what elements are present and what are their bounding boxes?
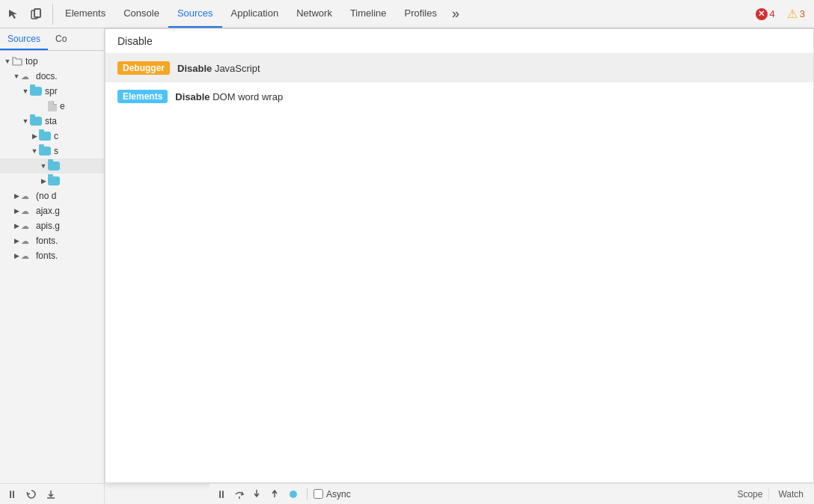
folder-icon-sta bbox=[30, 117, 42, 126]
layers-tool-button[interactable] bbox=[25, 4, 46, 25]
file-icon-e bbox=[48, 101, 57, 111]
arrow-no-domain bbox=[12, 191, 21, 200]
disable-dom-text: Disable DOM word wrap bbox=[175, 91, 283, 102]
step-over-button[interactable] bbox=[232, 487, 247, 502]
tree-label-top: top bbox=[25, 56, 38, 67]
folder-icon-sub2 bbox=[48, 176, 60, 185]
cloud-icon-fonts1: ☁ bbox=[21, 236, 33, 245]
arrow-apis bbox=[12, 221, 21, 230]
main-area: Sources Co top ☁ docs. bbox=[0, 28, 814, 504]
tree-label-s: s bbox=[54, 146, 58, 156]
cursor-tool-button[interactable] bbox=[3, 4, 24, 25]
tree-item-no-domain[interactable]: ☁ (no d bbox=[0, 188, 104, 203]
dropdown-item-disable-dom[interactable]: Elements Disable DOM word wrap bbox=[105, 82, 813, 111]
tree-item-ajax[interactable]: ☁ ajax.g bbox=[0, 203, 104, 218]
arrow-c bbox=[30, 132, 39, 141]
tab-sources[interactable]: Sources bbox=[168, 0, 222, 28]
dropdown-header: Disable bbox=[105, 29, 813, 54]
tree-item-docs[interactable]: ☁ docs. bbox=[0, 69, 104, 84]
error-count-badge[interactable]: ✕ 4 bbox=[756, 8, 775, 20]
warn-triangle-icon: ⚠ bbox=[787, 7, 798, 21]
async-checkbox[interactable] bbox=[313, 489, 323, 499]
cloud-icon-docs: ☁ bbox=[21, 72, 33, 81]
arrow-docs bbox=[12, 72, 21, 81]
pause-button[interactable]: ⏸ bbox=[4, 487, 19, 502]
cloud-icon-ajax: ☁ bbox=[21, 206, 33, 215]
warn-count-badge[interactable]: ⚠ 3 bbox=[787, 7, 805, 21]
folder-icon-spr bbox=[30, 87, 42, 96]
deactivate-breakpoints-button[interactable] bbox=[286, 487, 301, 502]
sidebar-tree: top ☁ docs. spr e bbox=[0, 51, 104, 483]
sidebar-tab-co[interactable]: Co bbox=[48, 28, 74, 50]
sidebar-bottom-bar: ⏸ bbox=[0, 483, 104, 504]
tree-item-s[interactable]: s bbox=[0, 144, 104, 159]
async-checkbox-group: Async bbox=[313, 489, 351, 500]
step-into-button[interactable] bbox=[250, 487, 265, 502]
footer-bar: ⏸ bbox=[209, 483, 814, 504]
scope-button[interactable]: Scope bbox=[731, 488, 769, 501]
elements-badge: Elements bbox=[117, 90, 168, 103]
tree-item-fonts2[interactable]: ☁ fonts. bbox=[0, 248, 104, 263]
tab-elements[interactable]: Elements bbox=[56, 0, 114, 28]
tree-label-ajax: ajax.g bbox=[36, 206, 60, 216]
tab-timeline[interactable]: Timeline bbox=[341, 0, 396, 28]
devtools-toolbar: Elements Console Sources Application Net… bbox=[0, 0, 814, 28]
tree-item-apis[interactable]: ☁ apis.g bbox=[0, 218, 104, 233]
tree-label-e: e bbox=[60, 101, 65, 111]
sidebar-tabs: Sources Co bbox=[0, 28, 104, 51]
dropdown-popup: Disable Debugger Disable JavaScript Elem… bbox=[105, 28, 814, 483]
arrow-fonts1 bbox=[12, 236, 21, 245]
cloud-icon-apis: ☁ bbox=[21, 221, 33, 230]
cloud-icon-fonts2: ☁ bbox=[21, 251, 33, 260]
tree-label-fonts1: fonts. bbox=[36, 236, 58, 246]
tree-item-spr[interactable]: spr bbox=[0, 84, 104, 99]
folder-outline-icon bbox=[12, 57, 22, 66]
step-out-button[interactable] bbox=[268, 487, 283, 502]
tab-application[interactable]: Application bbox=[222, 0, 288, 28]
svg-point-3 bbox=[290, 491, 297, 498]
arrow-s bbox=[30, 147, 39, 156]
tree-item-top[interactable]: top bbox=[0, 54, 104, 69]
error-badge-group: ✕ 4 ⚠ 3 bbox=[756, 7, 811, 21]
right-panel: Disable Debugger Disable JavaScript Elem… bbox=[105, 28, 814, 504]
error-circle: ✕ bbox=[756, 8, 768, 20]
folder-icon-s bbox=[39, 147, 51, 156]
arrow-sub bbox=[39, 162, 48, 170]
disable-js-text: Disable JavaScript bbox=[177, 63, 260, 74]
tree-label-c: c bbox=[54, 131, 58, 141]
tree-item-c[interactable]: c bbox=[0, 129, 104, 144]
pause-debugger-button[interactable]: ⏸ bbox=[214, 487, 229, 502]
footer-divider bbox=[307, 488, 307, 500]
tab-profiles[interactable]: Profiles bbox=[396, 0, 446, 28]
sidebar: Sources Co top ☁ docs. bbox=[0, 28, 105, 504]
dropdown-item-disable-js[interactable]: Debugger Disable JavaScript bbox=[105, 54, 813, 82]
tree-item-e[interactable]: e bbox=[0, 99, 104, 114]
tree-item-sub[interactable] bbox=[0, 159, 104, 173]
download-button[interactable] bbox=[43, 487, 58, 502]
arrow-fonts2 bbox=[12, 251, 21, 260]
tree-item-fonts1[interactable]: ☁ fonts. bbox=[0, 233, 104, 248]
toolbar-icon-group bbox=[3, 4, 53, 25]
arrow-sub2 bbox=[39, 176, 48, 185]
arrow-ajax bbox=[12, 206, 21, 215]
svg-rect-1 bbox=[34, 9, 40, 17]
folder-icon-c bbox=[39, 132, 51, 141]
debugger-badge: Debugger bbox=[117, 61, 170, 75]
tab-network[interactable]: Network bbox=[287, 0, 341, 28]
arrow-top bbox=[3, 57, 12, 66]
tree-label-sta: sta bbox=[45, 116, 57, 126]
tree-label-apis: apis.g bbox=[36, 221, 60, 231]
tree-label-spr: spr bbox=[45, 86, 58, 96]
tree-label-docs: docs. bbox=[36, 71, 58, 82]
arrow-spr bbox=[21, 87, 30, 96]
tab-console[interactable]: Console bbox=[114, 0, 168, 28]
tree-item-sta[interactable]: sta bbox=[0, 114, 104, 129]
tree-label-fonts2: fonts. bbox=[36, 251, 58, 261]
sidebar-tab-sources[interactable]: Sources bbox=[0, 28, 48, 50]
async-label: Async bbox=[326, 489, 351, 500]
watch-button[interactable]: Watch bbox=[772, 488, 810, 501]
refresh-button[interactable] bbox=[24, 487, 39, 502]
cloud-icon-no-domain: ☁ bbox=[21, 191, 33, 200]
tree-item-sub2[interactable] bbox=[0, 173, 104, 188]
tab-overflow-button[interactable]: » bbox=[446, 6, 465, 22]
